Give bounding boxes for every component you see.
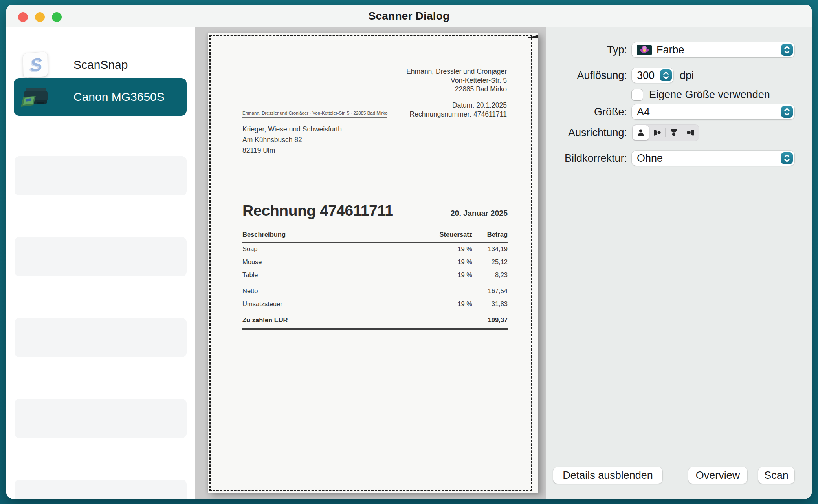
orientation-label: Ausrichtung:: [546, 127, 627, 139]
orientation-row: Ausrichtung:: [546, 124, 794, 141]
orientation-upside-down-button[interactable]: [666, 125, 682, 140]
divider: [568, 146, 794, 146]
desktop: { "window": { "title": "Scanner Dialog" …: [0, 0, 818, 504]
resolution-value: 300: [637, 69, 655, 82]
correction-row: Bildkorrektur: Ohne: [546, 151, 794, 166]
device-list-placeholder: [15, 156, 187, 195]
orientation-segmented-control: [632, 124, 699, 141]
settings-panel: Typ: Farbe: [546, 27, 812, 499]
correction-select[interactable]: Ohne: [632, 151, 794, 166]
scanner-dialog-window: Scanner Dialog S ScanSnap: [6, 5, 812, 499]
orientation-portrait-button[interactable]: [633, 125, 649, 140]
stepper-icon[interactable]: [781, 44, 793, 56]
device-list-placeholder: [15, 237, 187, 276]
divider: [568, 172, 794, 172]
stepper-icon[interactable]: [660, 69, 672, 81]
scan-preview-area: Ehmann, Dressler und Cronjäger Von-Kette…: [195, 27, 546, 499]
size-label: Größe:: [546, 106, 627, 118]
device-list-placeholder: [15, 318, 187, 357]
type-value: Farbe: [657, 44, 684, 56]
person-portrait-icon: [636, 128, 645, 137]
size-value: A4: [637, 106, 650, 118]
stepper-icon[interactable]: [781, 106, 793, 118]
device-sidebar: S ScanSnap Canon MG3650S: [6, 27, 195, 499]
person-rotated-right-icon: [653, 128, 662, 137]
scan-button[interactable]: Scan: [758, 467, 794, 484]
custom-size-row: Eigene Größe verwenden: [546, 89, 794, 101]
type-label: Typ:: [546, 44, 627, 56]
printer-icon: [14, 86, 57, 108]
person-rotated-left-icon: [686, 128, 695, 137]
orientation-rotated-right-button[interactable]: [649, 125, 666, 140]
device-label: Canon MG3650S: [73, 90, 165, 104]
size-row: Größe: A4: [546, 104, 794, 119]
orientation-rotated-left-button[interactable]: [682, 125, 699, 140]
scansnap-logo-icon: S: [14, 53, 57, 77]
window-body: S ScanSnap Canon MG3650S: [6, 27, 812, 499]
titlebar[interactable]: Scanner Dialog: [6, 5, 812, 27]
hide-details-button[interactable]: Details ausblenden: [553, 467, 662, 484]
correction-label: Bildkorrektur:: [546, 152, 627, 164]
device-label: ScanSnap: [73, 58, 128, 71]
correction-value: Ohne: [637, 152, 663, 164]
custom-size-label: Eigene Größe verwenden: [649, 89, 770, 101]
resolution-unit: dpi: [680, 69, 694, 82]
type-row: Typ: Farbe: [546, 42, 794, 57]
color-flower-thumbnail-icon: [637, 45, 652, 55]
scan-selection-marquee[interactable]: [209, 35, 532, 491]
size-select[interactable]: A4: [632, 104, 794, 119]
sidebar-item-canon-mg3650s[interactable]: Canon MG3650S: [14, 78, 187, 116]
divider: [568, 63, 794, 63]
scanned-document: Ehmann, Dressler und Cronjäger Von-Kette…: [208, 33, 538, 493]
device-list-placeholder: [15, 480, 187, 499]
resolution-row: Auflösung: 300 dpi: [546, 68, 794, 83]
type-select[interactable]: Farbe: [632, 42, 794, 57]
stepper-icon[interactable]: [781, 152, 793, 164]
overview-button[interactable]: Overview: [688, 467, 747, 484]
window-title: Scanner Dialog: [6, 10, 812, 22]
device-list-placeholder: [15, 399, 187, 438]
person-upside-down-icon: [669, 128, 678, 137]
resolution-select[interactable]: 300: [632, 68, 673, 83]
resolution-label: Auflösung:: [546, 69, 627, 82]
custom-size-checkbox[interactable]: [632, 89, 643, 100]
